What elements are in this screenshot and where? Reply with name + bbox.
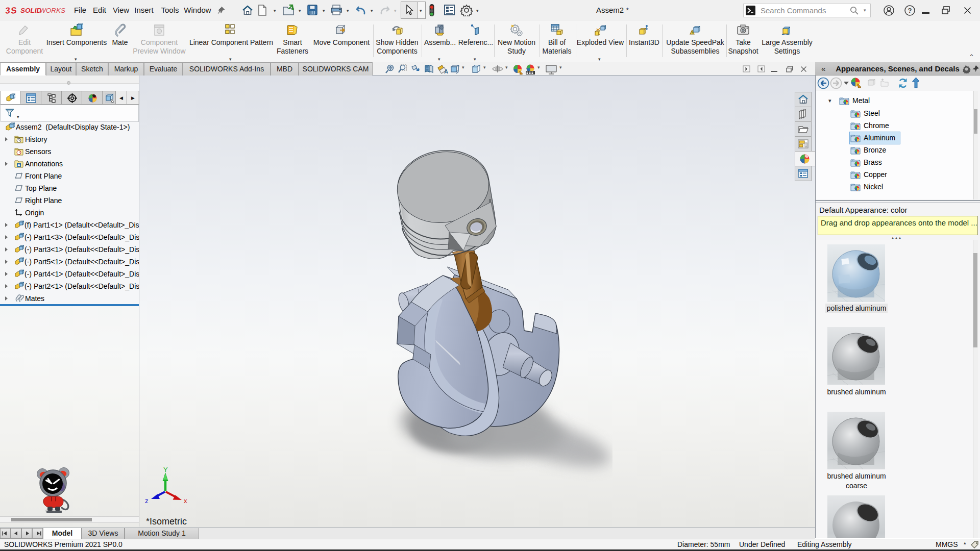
svg-text:SOLID: SOLID bbox=[20, 7, 42, 14]
svg-text:WORKS: WORKS bbox=[39, 7, 65, 14]
svg-text:A: A bbox=[17, 163, 20, 167]
svg-text:A: A bbox=[444, 68, 448, 74]
svg-text:Y: Y bbox=[163, 467, 168, 473]
svg-text:!: ! bbox=[692, 31, 693, 35]
svg-text:x: x bbox=[184, 497, 187, 505]
svg-text:S: S bbox=[10, 5, 18, 15]
svg-text:?: ? bbox=[908, 7, 912, 14]
svg-text:z: z bbox=[145, 497, 149, 505]
